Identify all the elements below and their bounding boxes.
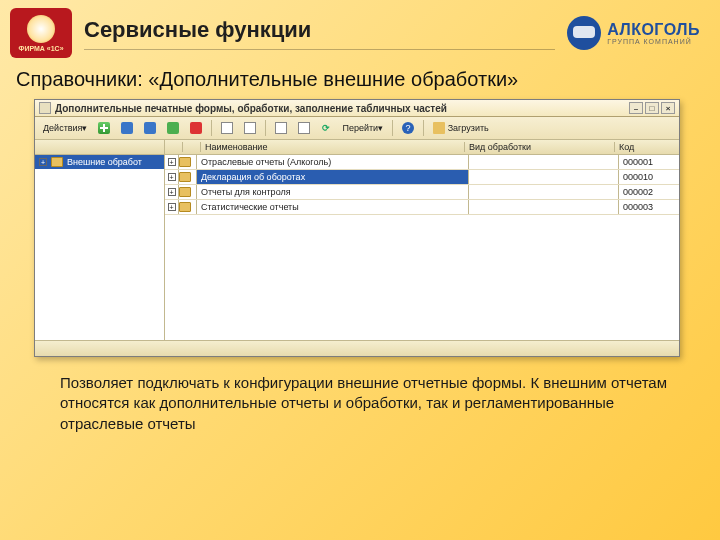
pencil-icon	[167, 122, 179, 134]
plus-icon	[98, 122, 110, 134]
col-code[interactable]: Код	[615, 142, 675, 152]
page-title: Сервисные функции	[84, 17, 555, 50]
actions-button[interactable]: Действия ▾	[39, 119, 91, 137]
col-type[interactable]: Вид обработки	[465, 142, 615, 152]
hierarchy-icon	[244, 122, 256, 134]
table-row[interactable]: + Статистические отчеты 000003	[165, 200, 679, 215]
filter-icon	[298, 122, 310, 134]
folder-icon	[179, 157, 191, 167]
alco-sub: ГРУППА КОМПАНИЙ	[607, 38, 700, 45]
question-icon: ?	[402, 122, 414, 134]
folder-icon	[51, 157, 63, 167]
add-group-button[interactable]	[117, 119, 137, 137]
table-row[interactable]: + Отраслевые отчеты (Алкоголь) 000001	[165, 155, 679, 170]
logo-1c-subtext: ФИРМА «1С»	[18, 45, 63, 52]
toolbar: Действия ▾ ⟳ Перейти ▾ ? Загрузить	[35, 117, 679, 140]
tree-panel: + Внешние обработ	[35, 140, 165, 340]
expand-icon[interactable]: +	[168, 203, 176, 211]
refresh-icon: ⟳	[322, 123, 330, 133]
logo-1c: ФИРМА «1С»	[10, 8, 72, 58]
window-title: Дополнительные печатные формы, обработки…	[55, 103, 447, 114]
tree-root-item[interactable]: + Внешние обработ	[35, 155, 164, 169]
delete-button[interactable]	[186, 119, 206, 137]
table-row[interactable]: + Декларация об оборотах 000010	[165, 170, 679, 185]
add-copy-button[interactable]	[140, 119, 160, 137]
expand-icon[interactable]: +	[168, 158, 176, 166]
logo-alcohol: АЛКОГОЛЬ ГРУППА КОМПАНИЙ	[567, 16, 700, 50]
alco-brand: АЛКОГОЛЬ	[607, 22, 700, 38]
window-titlebar[interactable]: Дополнительные печатные формы, обработки…	[35, 100, 679, 117]
caption: Позволяет подключать к конфигурации внеш…	[0, 357, 720, 434]
grid-header: Наименование Вид обработки Код	[165, 140, 679, 155]
move-button[interactable]	[217, 119, 237, 137]
goto-button[interactable]: Перейти ▾	[338, 119, 387, 137]
tree-header[interactable]	[35, 140, 164, 155]
copy-icon	[144, 122, 156, 134]
tree-root-label: Внешние обработ	[67, 157, 142, 167]
expand-icon[interactable]: +	[39, 158, 47, 166]
window-icon	[39, 102, 51, 114]
add-button[interactable]	[94, 119, 114, 137]
add-group-icon	[121, 122, 133, 134]
col-icon[interactable]	[183, 142, 201, 152]
minimize-button[interactable]: –	[629, 102, 643, 114]
maximize-button[interactable]: □	[645, 102, 659, 114]
expand-icon[interactable]: +	[168, 173, 176, 181]
hierarchy-button[interactable]	[240, 119, 260, 137]
col-name[interactable]: Наименование	[201, 142, 465, 152]
logo-1c-disc	[27, 15, 55, 43]
folder-icon	[179, 172, 191, 182]
window-footer	[35, 340, 679, 356]
load-button[interactable]: Загрузить	[429, 119, 493, 137]
refresh-button[interactable]: ⟳	[317, 119, 335, 137]
keg-icon	[567, 16, 601, 50]
table-row[interactable]: + Отчеты для контроля 000002	[165, 185, 679, 200]
col-toggle[interactable]	[169, 142, 183, 152]
folder-icon	[179, 202, 191, 212]
edit-button[interactable]	[163, 119, 183, 137]
close-button[interactable]: ×	[661, 102, 675, 114]
delete-icon	[190, 122, 202, 134]
grid-panel: Наименование Вид обработки Код + Отрасле…	[165, 140, 679, 340]
grid-rows: + Отраслевые отчеты (Алкоголь) 000001 + …	[165, 155, 679, 340]
app-window: Дополнительные печатные формы, обработки…	[34, 99, 680, 357]
subtitle: Справочники: «Дополнительные внешние обр…	[0, 62, 720, 95]
level-up-button[interactable]	[271, 119, 291, 137]
expand-icon[interactable]: +	[168, 188, 176, 196]
sheets-icon	[275, 122, 287, 134]
folder-icon	[433, 122, 445, 134]
filter-button[interactable]	[294, 119, 314, 137]
folder-icon	[179, 187, 191, 197]
move-icon	[221, 122, 233, 134]
help-button[interactable]: ?	[398, 119, 418, 137]
